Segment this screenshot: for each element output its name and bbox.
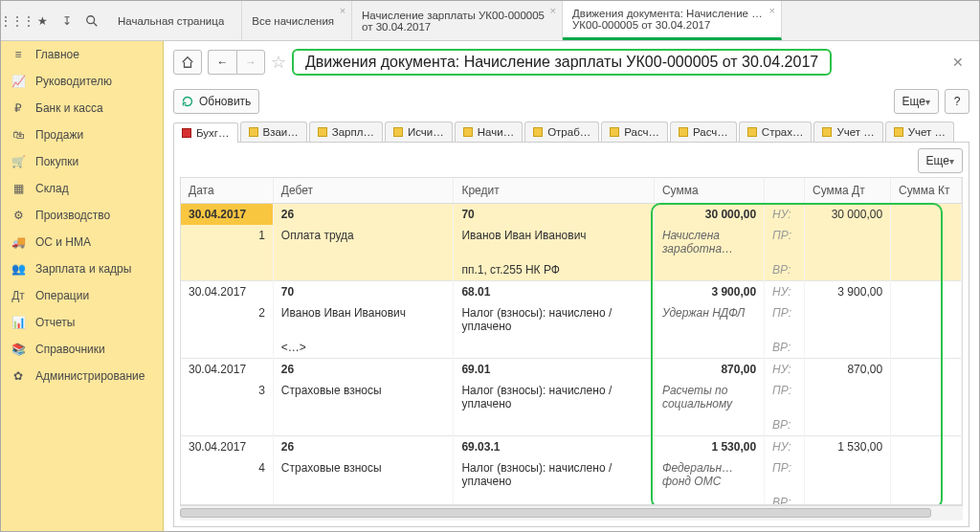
- sidebar-item[interactable]: ✿Администрирование: [1, 363, 163, 389]
- history-icon[interactable]: ↧: [55, 9, 79, 33]
- register-tab[interactable]: Исчи…: [385, 122, 453, 142]
- sidebar-item[interactable]: ≡Главное: [1, 41, 163, 68]
- col-sumkt[interactable]: Сумма Кт: [891, 178, 962, 204]
- search-icon[interactable]: [79, 9, 104, 33]
- forward-button[interactable]: →: [236, 50, 265, 75]
- cell-debit-sub2: [273, 414, 454, 436]
- table-row[interactable]: ВР:: [181, 492, 962, 505]
- cell-rownum: 3: [181, 380, 273, 414]
- register-tab[interactable]: Страх…: [739, 122, 813, 142]
- tab-close-icon[interactable]: ×: [340, 5, 345, 16]
- sidebar-item[interactable]: ₽Банк и касса: [1, 95, 163, 122]
- window-tab[interactable]: Движения документа: Начисление зарплатыУ…: [563, 1, 782, 40]
- close-page-icon[interactable]: ✕: [947, 55, 969, 70]
- help-button[interactable]: ?: [945, 89, 969, 114]
- sidebar-item[interactable]: ▦Склад: [1, 175, 163, 202]
- col-sum-type: [765, 178, 805, 204]
- sidebar-item-label: Склад: [35, 182, 69, 195]
- table-more-button[interactable]: Еще: [918, 148, 963, 173]
- svg-point-0: [87, 15, 95, 23]
- tab-close-icon[interactable]: ×: [550, 5, 556, 16]
- register-tab[interactable]: Зарпл…: [309, 122, 383, 142]
- window-tab[interactable]: Все начисления×: [242, 1, 352, 40]
- register-tab[interactable]: Взаи…: [240, 122, 307, 142]
- cell-sumlabel: ПР:: [765, 380, 805, 414]
- table-row[interactable]: 2Иванов Иван ИвановичНалог (взносы): нач…: [181, 302, 962, 337]
- sidebar-item[interactable]: 🚚ОС и НМА: [1, 229, 163, 255]
- register-tab[interactable]: Бухг…: [173, 122, 238, 143]
- col-credit[interactable]: Кредит: [454, 178, 654, 204]
- tab-close-icon[interactable]: ×: [769, 5, 775, 16]
- sidebar-item[interactable]: 📚Справочники: [1, 336, 163, 363]
- table-row[interactable]: 4Страховые взносыНалог (взносы): начисле…: [181, 457, 962, 492]
- register-tab[interactable]: Расч…: [601, 122, 668, 142]
- sidebar-item[interactable]: ⚙Производство: [1, 202, 163, 229]
- body: ≡Главное📈Руководителю₽Банк и касса🛍Прода…: [1, 41, 979, 531]
- cell-credit-sub: Иванов Иван Иванович: [454, 225, 654, 259]
- cell-sumlabel: НУ:: [765, 204, 805, 226]
- tab-sublabel: от 30.04.2017: [362, 21, 545, 33]
- window-tab[interactable]: Начальная страница: [108, 1, 242, 40]
- register-tab[interactable]: Отраб…: [524, 122, 599, 142]
- window-tab[interactable]: Начисление зарплаты УК00-000005от 30.04.…: [352, 1, 563, 40]
- sidebar-item[interactable]: 📊Отчеты: [1, 309, 163, 336]
- cell-rownum: 4: [181, 457, 273, 492]
- sidebar-item-label: Главное: [35, 48, 79, 61]
- register-icon: [894, 127, 903, 137]
- table-row[interactable]: 3Страховые взносыНалог (взносы): начисле…: [181, 380, 962, 414]
- sidebar-item-label: Продажи: [35, 128, 83, 142]
- home-button[interactable]: [173, 50, 202, 75]
- cell-debit-sub: Оплата труда: [273, 225, 454, 259]
- page-title: Движения документа: Начисление зарплаты …: [292, 49, 832, 76]
- register-tab-label: Исчи…: [408, 126, 444, 138]
- register-tab-label: Зарпл…: [332, 126, 374, 138]
- table-row[interactable]: пп.1, ст.255 НК РФВР:: [181, 259, 962, 281]
- back-button[interactable]: ←: [208, 50, 236, 75]
- table-row[interactable]: <…>ВР:: [181, 337, 962, 359]
- col-debit[interactable]: Дебет: [273, 178, 454, 204]
- table-row[interactable]: 30.04.20172669.01870,00НУ:870,00: [181, 359, 962, 381]
- cell-debit-sub2: <…>: [273, 337, 454, 359]
- cell-sumlabel: ВР:: [765, 414, 805, 436]
- table-row[interactable]: 30.04.20172669.03.11 530,00НУ:1 530,00: [181, 436, 962, 458]
- col-date[interactable]: Дата: [181, 178, 273, 204]
- cell-sumkt: [891, 359, 962, 381]
- tab-label: Все начисления: [252, 15, 334, 27]
- more-button[interactable]: Еще: [894, 89, 939, 114]
- cell-credit-sub: Налог (взносы): начислено / уплачено: [454, 457, 654, 492]
- favorite-star-icon[interactable]: ☆: [271, 52, 286, 73]
- sidebar-item[interactable]: 👥Зарплата и кадры: [1, 255, 163, 282]
- table-row[interactable]: ВР:: [181, 414, 962, 436]
- cell-sumkt: [891, 436, 962, 458]
- table-row[interactable]: 1Оплата трудаИванов Иван ИвановичНачисле…: [181, 225, 962, 259]
- actions-row: Обновить Еще ?: [173, 89, 969, 114]
- sidebar-item[interactable]: ДтОперации: [1, 282, 163, 309]
- sidebar-item-label: Покупки: [35, 155, 78, 168]
- cell-sumdt: 1 530,00: [805, 436, 891, 458]
- app-window: ⋮⋮⋮ ★ ↧ Начальная страницаВсе начисления…: [0, 0, 980, 532]
- horizontal-scrollbar[interactable]: [180, 505, 963, 521]
- apps-icon[interactable]: ⋮⋮⋮: [5, 9, 30, 33]
- favorite-icon[interactable]: ★: [30, 9, 55, 33]
- col-sumdt[interactable]: Сумма Дт: [805, 178, 891, 204]
- sidebar-item[interactable]: 📈Руководителю: [1, 68, 163, 95]
- main-area: ← → ☆ Движения документа: Начисление зар…: [164, 41, 979, 531]
- cell-sumdt: 870,00: [805, 359, 891, 381]
- sidebar-item[interactable]: 🛒Покупки: [1, 148, 163, 175]
- register-tab[interactable]: Начи…: [455, 122, 523, 142]
- table-row[interactable]: 30.04.2017267030 000,00НУ:30 000,00: [181, 204, 962, 226]
- sidebar-item[interactable]: 🛍Продажи: [1, 122, 163, 148]
- cell-credit-sub2: [454, 337, 654, 359]
- cell-sumlabel: НУ:: [765, 359, 805, 381]
- col-sum[interactable]: Сумма: [654, 178, 764, 204]
- table-row[interactable]: 30.04.20177068.013 900,00НУ:3 900,00: [181, 281, 962, 303]
- cell-date: 30.04.2017: [181, 281, 273, 303]
- sidebar-item-label: Справочники: [35, 343, 105, 356]
- refresh-button[interactable]: Обновить: [173, 89, 259, 114]
- register-tab[interactable]: Учет …: [813, 122, 882, 142]
- register-tab[interactable]: Учет …: [885, 122, 954, 142]
- truck-icon: 🚚: [11, 235, 26, 249]
- register-tab[interactable]: Расч…: [670, 122, 737, 142]
- grid-scroll[interactable]: Дата Дебет Кредит Сумма Сумма Дт Сумма К…: [180, 177, 963, 505]
- sidebar-item-label: ОС и НМА: [35, 235, 91, 249]
